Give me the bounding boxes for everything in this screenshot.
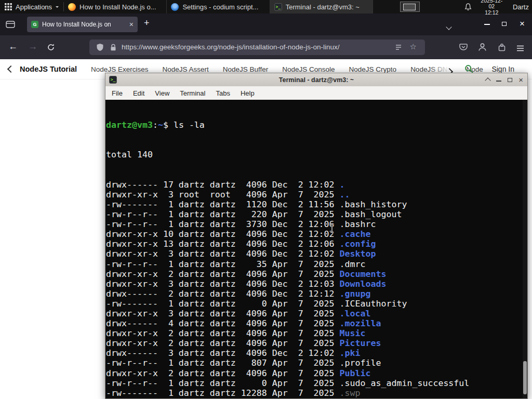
window-maximize-button[interactable] <box>502 22 507 26</box>
shade-button[interactable] <box>485 77 491 83</box>
terminal-row: drwx------ 3 dartz dartz 4096 Dec 2 12:0… <box>106 348 527 358</box>
sign-in-button[interactable]: Sign In <box>491 65 514 73</box>
site-nav-primary[interactable]: NodeJS Tutorial <box>20 65 77 73</box>
taskbar-button-terminal[interactable]: >_ Terminal - dartz@vm3: ~ <box>270 0 373 14</box>
file-name: .profile <box>340 358 381 368</box>
panel-username[interactable]: Dartz <box>513 3 532 11</box>
reader-mode-icon[interactable] <box>395 44 402 53</box>
terminal-row: drwxr-xr-x 3 dartz dartz 4096 Apr 7 2025… <box>106 309 527 318</box>
nav-link[interactable]: NodeJS Crypto <box>349 65 397 73</box>
taskbar-button-settings[interactable]: Settings - codium script... <box>167 0 270 14</box>
taskbar-button-label: How to Install Node.js o... <box>79 3 156 11</box>
file-name: .ICEauthority <box>340 299 407 309</box>
url-bar[interactable]: https://www.geeksforgeeks.org/node-js/in… <box>89 39 425 55</box>
terminal-scrollbar[interactable] <box>523 100 527 398</box>
tab-close-icon[interactable]: × <box>129 21 134 28</box>
terminal-listing: drwx------ 17 dartz dartz 4096 Dec 2 12:… <box>106 180 527 399</box>
prompt-command: ls -la <box>174 120 205 130</box>
file-name: .dmrc <box>340 259 366 269</box>
terminal-row: drwxr-xr-x 2 dartz dartz 4096 Apr 7 2025… <box>106 328 527 338</box>
file-name: .bashrc <box>340 219 376 229</box>
prompt-colon: : <box>153 120 158 130</box>
prompt-dollar: $ <box>163 120 174 130</box>
chevron-down-icon <box>446 24 451 30</box>
terminal-row: -rw------- 1 dartz dartz 1120 Dec 2 11:5… <box>106 200 527 209</box>
window-close-button[interactable]: × <box>520 19 525 29</box>
nav-link[interactable]: NodeJS Exercises <box>91 65 148 73</box>
maximize-button[interactable] <box>508 78 512 82</box>
file-name: .bash_logout <box>340 209 402 219</box>
applications-menu-button[interactable]: Applications <box>0 0 63 14</box>
firefox-view-icon[interactable] <box>6 20 15 31</box>
file-name: Music <box>340 328 366 338</box>
terminal-row: drwx------ 17 dartz dartz 4096 Dec 2 12:… <box>106 180 527 190</box>
terminal-prompt-line: dartz@vm3:~$ ls -la <box>106 120 527 130</box>
reload-button[interactable] <box>47 43 55 54</box>
nav-link[interactable]: NodeJS Console <box>282 65 335 73</box>
workspace-switcher[interactable] <box>400 2 420 12</box>
file-name: .swp <box>340 388 361 398</box>
nav-link[interactable]: NodeJS Assert <box>162 65 208 73</box>
file-name: Pictures <box>340 338 381 348</box>
file-name: Documents <box>340 269 387 279</box>
notifications-button[interactable] <box>464 3 472 11</box>
terminal-title: Terminal - dartz@vm3: ~ <box>105 76 527 84</box>
menu-item-tabs[interactable]: Tabs <box>210 89 235 97</box>
terminal-row: -rw-r--r-- 1 dartz dartz 807 Apr 7 2025 … <box>106 358 527 368</box>
browser-toolbar: ← → https://www.geeksforgeeks.org/node-j… <box>0 35 532 59</box>
terminal-row: drwxr-xr-x 3 dartz dartz 4096 Dec 2 12:0… <box>106 279 527 289</box>
terminal-row: drwxr-xr-x 2 dartz dartz 4096 Apr 7 2025… <box>106 269 527 279</box>
top-panel: Applications How to Install Node.js o...… <box>0 0 532 14</box>
file-name: .local <box>340 309 371 318</box>
terminal-row: drwxr-xr-x 3 root root 4096 Apr 7 2025 .… <box>106 190 527 200</box>
extensions-icon[interactable] <box>498 43 506 54</box>
menu-item-help[interactable]: Help <box>235 89 260 97</box>
clock-time: 12:12 <box>478 10 506 16</box>
menu-item-terminal[interactable]: Terminal <box>175 89 210 97</box>
menu-item-file[interactable]: File <box>107 89 128 97</box>
new-tab-button[interactable]: + <box>144 18 150 29</box>
terminal-window-buttons: × <box>486 73 523 86</box>
terminal-row: -rw-r--r-- 1 dartz dartz 0 Apr 7 2025 .s… <box>106 378 527 388</box>
terminal-titlebar[interactable]: >_ Terminal - dartz@vm3: ~ × <box>105 73 528 86</box>
taskbar-button-browser[interactable]: How to Install Node.js o... <box>64 0 167 14</box>
firefox-icon <box>68 3 76 11</box>
lock-icon[interactable] <box>110 44 116 54</box>
scrollbar-thumb[interactable] <box>523 361 527 394</box>
minimize-button[interactable] <box>496 81 501 82</box>
url-text: https://www.geeksforgeeks.org/node-js/in… <box>122 43 339 51</box>
menu-hamburger-icon[interactable] <box>516 44 524 54</box>
bookmark-star-icon[interactable]: ☆ <box>410 42 417 51</box>
menu-item-view[interactable]: View <box>150 89 175 97</box>
forward-button[interactable]: → <box>28 41 37 52</box>
nav-link[interactable]: NodeJS Buffer <box>223 65 269 73</box>
chevron-left-icon[interactable] <box>7 65 15 73</box>
terminal-row: -rw------- 1 dartz dartz 12288 Apr 7 202… <box>106 388 527 398</box>
terminal-output[interactable]: dartz@vm3:~$ ls -la total 140 drwx------… <box>105 100 528 399</box>
tracking-shield-icon[interactable] <box>96 43 104 54</box>
file-name: . <box>340 180 345 190</box>
close-button[interactable]: × <box>518 76 523 84</box>
browser-tab[interactable]: G How to Install Node.js on × <box>27 17 138 32</box>
terminal-menubar: FileEditViewTerminalTabsHelp <box>105 86 528 100</box>
file-name: .mozilla <box>340 318 381 328</box>
terminal-total-line: total 140 <box>106 150 527 159</box>
panel-clock[interactable]: 2025-12-02 12:12 <box>478 0 506 16</box>
pocket-icon[interactable] <box>459 43 468 53</box>
window-minimize-button[interactable] <box>484 24 490 25</box>
prompt-path: ~ <box>158 120 163 130</box>
applications-grid-icon <box>5 3 12 10</box>
back-button[interactable]: ← <box>8 41 18 52</box>
account-icon[interactable] <box>478 43 487 54</box>
file-name: Public <box>340 368 371 378</box>
site-nav-links: NodeJS ExercisesNodeJS AssertNodeJS Buff… <box>77 65 483 73</box>
clock-date: 2025-12-02 <box>478 0 506 10</box>
bell-icon <box>464 3 472 11</box>
mouse-cursor-ibeam <box>329 223 335 235</box>
menu-item-edit[interactable]: Edit <box>128 89 150 97</box>
site-favicon: G <box>31 21 38 28</box>
tab-title: How to Install Node.js on <box>42 21 126 28</box>
terminal-row: -rw-r--r-- 1 dartz dartz 3730 Dec 2 12:0… <box>106 219 527 229</box>
globe-icon <box>171 3 179 11</box>
list-all-tabs-button[interactable] <box>447 22 451 31</box>
